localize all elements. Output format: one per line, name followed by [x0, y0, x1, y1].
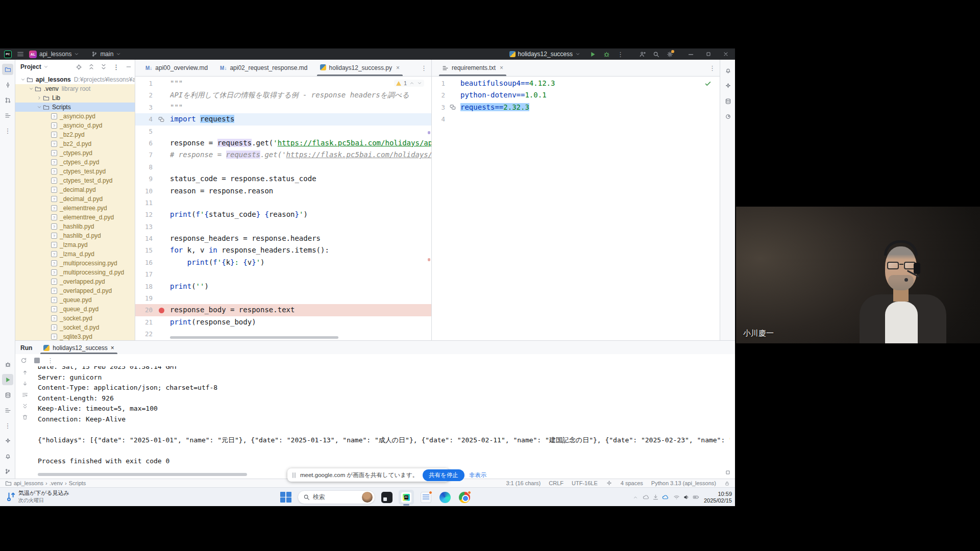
tree-item[interactable]: ?_bz2.pyd	[15, 130, 135, 139]
breadcrumb-item[interactable]: Scripts	[69, 480, 86, 486]
tree-item[interactable]: ?_bz2_d.pyd	[15, 139, 135, 148]
tree-item[interactable]: ?_elementtree.pyd	[15, 204, 135, 213]
run-tool-icon[interactable]	[2, 374, 13, 385]
pull-requests-tool-icon[interactable]	[2, 94, 13, 106]
chevron-collapsed-icon[interactable]	[36, 95, 43, 101]
tree-item[interactable]: api_lessonsD:¥projects¥lessons¥api_lesso…	[15, 75, 135, 84]
tab-options-icon[interactable]: ⋮	[709, 64, 716, 72]
ai-prompt-gutter-icon[interactable]	[153, 113, 170, 125]
database-icon[interactable]	[722, 95, 733, 107]
soft-wrap-icon[interactable]	[22, 392, 28, 398]
status-item[interactable]: 4 spaces	[621, 480, 643, 486]
window-layout-icon[interactable]	[725, 469, 731, 475]
taskbar-clock[interactable]: 10:59 2025/02/15	[704, 491, 732, 504]
tree-item[interactable]: ?_hashlib.pyd	[15, 222, 135, 231]
more-options-icon[interactable]: ⋮	[47, 357, 54, 364]
tree-item[interactable]: ?_queue_d.pyd	[15, 305, 135, 314]
notifications-tool-icon[interactable]	[2, 450, 13, 462]
editor-tab[interactable]: requirements.txt×	[436, 60, 509, 76]
taskbar-search-box[interactable]: 検索	[298, 490, 375, 504]
volume-icon[interactable]	[683, 494, 690, 500]
notifications-bell-icon[interactable]	[722, 65, 733, 76]
window-close-button[interactable]	[723, 51, 729, 57]
chevron-expanded-icon[interactable]	[36, 105, 43, 110]
tree-item[interactable]: Scripts	[15, 103, 135, 112]
scroll-up-icon[interactable]	[22, 369, 28, 375]
tree-item[interactable]: ?_asyncio_d.pyd	[15, 121, 135, 130]
tree-item[interactable]: ?_ctypes_d.pyd	[15, 158, 135, 167]
drag-handle-icon[interactable]	[292, 472, 296, 478]
select-opened-file-icon[interactable]	[76, 64, 82, 70]
version-control-tool-icon[interactable]	[2, 466, 13, 477]
structure-tool-icon[interactable]	[2, 110, 13, 121]
run-console-output[interactable]: Date: Sat, 15 Feb 2025 01:58:14 GMTServe…	[38, 366, 730, 473]
wifi-icon[interactable]	[673, 494, 680, 500]
clear-all-icon[interactable]	[22, 414, 28, 420]
expand-all-icon[interactable]	[88, 64, 94, 70]
tree-item[interactable]: ?_ctypes_test_d.pyd	[15, 176, 135, 185]
taskbar-app-edge[interactable]	[437, 490, 453, 505]
tree-item[interactable]: ?_queue.pyd	[15, 295, 135, 305]
code-with-me-icon[interactable]	[639, 51, 646, 58]
project-widget[interactable]: AL api_lessons	[29, 51, 79, 58]
vertical-scrollbar[interactable]	[428, 80, 430, 334]
more-tool-icon[interactable]: ⋮	[2, 125, 13, 136]
debug-tool-icon[interactable]	[2, 359, 13, 370]
tree-item[interactable]: .venvlibrary root	[15, 84, 135, 93]
services-tool-icon[interactable]	[2, 405, 13, 416]
tree-item[interactable]: ?_elementtree_d.pyd	[15, 213, 135, 222]
status-item[interactable]: 3:1 (16 chars)	[506, 480, 541, 486]
tree-item[interactable]: ?_decimal_d.pyd	[15, 194, 135, 204]
scroll-down-icon[interactable]	[22, 381, 28, 387]
tray-expand-icon[interactable]	[633, 495, 638, 500]
battery-icon[interactable]	[693, 494, 699, 500]
tree-item[interactable]: ?_decimal.pyd	[15, 185, 135, 194]
taskbar-app-chrome[interactable]	[457, 490, 472, 505]
stop-icon[interactable]	[34, 358, 40, 363]
taskbar-app-dark[interactable]	[379, 490, 395, 505]
tree-item[interactable]: ?_hashlib_d.pyd	[15, 231, 135, 240]
tree-item[interactable]: ?_socket_d.pyd	[15, 323, 135, 332]
breadcrumb-item[interactable]: api_lessons	[14, 480, 43, 486]
horizontal-scrollbar[interactable]	[170, 336, 338, 339]
tree-item[interactable]: ?_sqlite3.pyd	[15, 332, 135, 340]
tree-item[interactable]: ?_overlapped.pyd	[15, 277, 135, 286]
hide-panel-icon[interactable]	[126, 64, 132, 70]
gradle-icon[interactable]	[722, 111, 733, 122]
run-configuration-widget[interactable]: holidays12_success	[509, 51, 580, 58]
tree-item[interactable]: ?_asyncio.pyd	[15, 112, 135, 121]
rerun-icon[interactable]	[20, 357, 27, 364]
project-folder-tool-icon[interactable]	[2, 64, 13, 75]
tree-item[interactable]: ?_lzma_d.pyd	[15, 249, 135, 259]
more-actions-icon[interactable]: ⋮	[617, 51, 624, 58]
tree-item[interactable]: ?_multiprocessing.pyd	[15, 259, 135, 268]
tray-onedrive-icon[interactable]	[662, 494, 669, 500]
close-icon[interactable]: ×	[396, 64, 400, 71]
taskbar-app-pycharm[interactable]: PC	[399, 490, 414, 505]
breadcrumb[interactable]: api_lessons›.venv›Scripts	[5, 480, 86, 487]
ai-assistant-icon[interactable]	[722, 80, 733, 91]
main-menu-hamburger-icon[interactable]	[17, 51, 24, 58]
ai-prompt-gutter-icon[interactable]	[445, 102, 460, 113]
weather-widget[interactable]: 気温が下がる見込み 次の火曜日	[5, 489, 69, 504]
collapse-all-icon[interactable]	[101, 64, 107, 70]
editor-tab[interactable]: M↓api00_overview.md	[139, 60, 214, 76]
chevron-down-icon[interactable]	[43, 64, 48, 69]
tree-item[interactable]: ?_ctypes.pyd	[15, 148, 135, 158]
write-access-lock-icon[interactable]	[724, 481, 730, 486]
tree-item[interactable]: ?_lzma.pyd	[15, 240, 135, 249]
editor-tab[interactable]: M↓api02_request_response.md	[214, 60, 313, 76]
code-editor[interactable]: 1"""2APIを利用して休日の情報を取得する例 - response head…	[135, 77, 431, 340]
tree-item[interactable]: ?_overlapped_d.pyd	[15, 286, 135, 295]
search-everywhere-icon[interactable]	[653, 51, 659, 58]
code-editor[interactable]: 1beautifulsoup4==4.12.32python-dotenv==1…	[432, 77, 720, 340]
start-button[interactable]	[278, 490, 293, 505]
python-packages-tool-icon[interactable]	[2, 389, 13, 400]
close-icon[interactable]: ×	[111, 344, 114, 352]
breadcrumb-item[interactable]: .venv	[50, 480, 63, 486]
tree-item[interactable]: Lib	[15, 93, 135, 103]
tree-item[interactable]: ?_ctypes_test.pyd	[15, 167, 135, 176]
tree-item[interactable]: ?_socket.pyd	[15, 314, 135, 323]
debug-button[interactable]	[603, 51, 610, 58]
console-horizontal-scrollbar[interactable]	[38, 473, 247, 476]
